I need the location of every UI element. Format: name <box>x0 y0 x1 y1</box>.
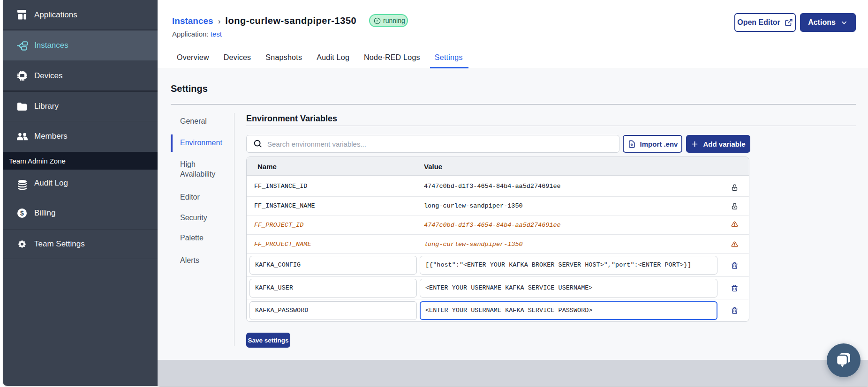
svg-text:$: $ <box>20 209 24 217</box>
